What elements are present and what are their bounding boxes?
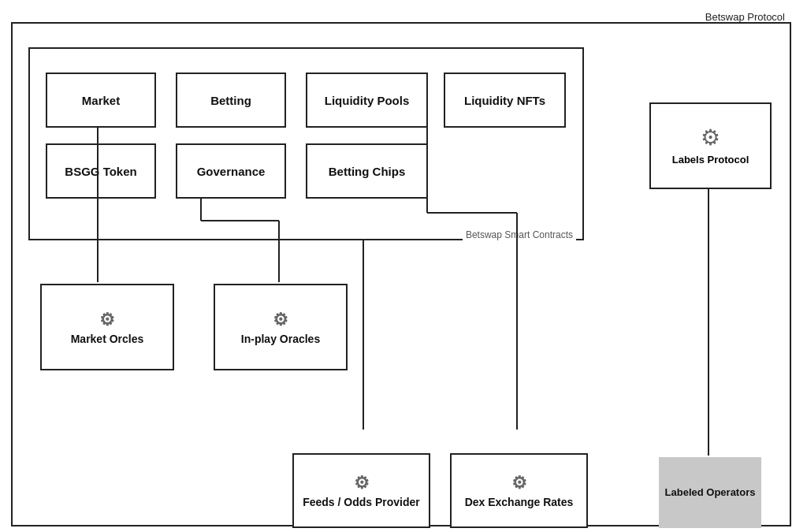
market-oracles-box: ⚙ Market Orcles	[40, 284, 174, 370]
market-box: Market	[46, 73, 156, 128]
market-oracles-label: Market Orcles	[71, 333, 144, 345]
dex-gear-icon: ⚙	[511, 473, 527, 493]
betting-box: Betting	[176, 73, 286, 128]
betswap-protocol-label: Betswap Protocol	[705, 11, 785, 23]
feeds-label: Feeds / Odds Provider	[303, 496, 420, 508]
labels-protocol-gear-icon: ⚙	[701, 125, 720, 151]
labels-protocol-label: Labels Protocol	[672, 154, 749, 167]
dex-label: Dex Exchange Rates	[465, 496, 574, 508]
inplay-oracles-gear-icon: ⚙	[273, 310, 288, 330]
diagram-container: Betswap Protocol Market Betting Liquidit…	[0, 0, 807, 532]
feeds-gear-icon: ⚙	[354, 473, 370, 493]
bsgg-token-box: BSGG Token	[46, 143, 156, 199]
market-oracles-gear-icon: ⚙	[99, 310, 115, 330]
labeled-operators-box: Labeled Operators	[659, 457, 761, 528]
labels-protocol-box: ⚙ Labels Protocol	[649, 102, 772, 189]
feeds-odds-box: ⚙ Feeds / Odds Provider	[292, 453, 430, 528]
dex-exchange-box: ⚙ Dex Exchange Rates	[450, 453, 588, 528]
smart-contracts-label: Betswap Smart Contracts	[463, 229, 576, 240]
liquidity-pools-box: Liquidity Pools	[306, 73, 428, 128]
labeled-operators-label: Labeled Operators	[665, 486, 756, 500]
governance-box: Governance	[176, 143, 286, 199]
smart-contracts-box: Market Betting Liquidity Pools Liquidity…	[28, 47, 584, 240]
outer-protocol-box: Market Betting Liquidity Pools Liquidity…	[11, 22, 791, 526]
liquidity-nfts-box: Liquidity NFTs	[444, 73, 566, 128]
inplay-oracles-label: In-play Oracles	[241, 333, 320, 345]
inplay-oracles-box: ⚙ In-play Oracles	[214, 284, 348, 370]
betting-chips-box: Betting Chips	[306, 143, 428, 199]
